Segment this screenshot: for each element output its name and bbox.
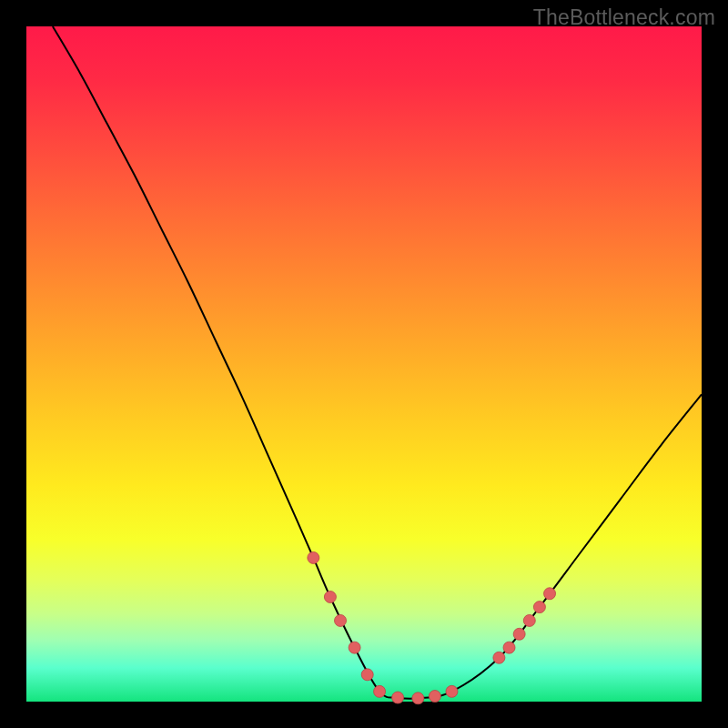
bottleneck-curve [53, 26, 702, 699]
marker-point [361, 669, 373, 681]
marker-point [374, 685, 386, 697]
marker-point [493, 652, 505, 663]
marker-point [544, 588, 556, 600]
marker-point [392, 692, 404, 703]
marker-point [308, 551, 319, 563]
marker-point [446, 685, 458, 697]
marker-point [324, 591, 336, 602]
marker-point [533, 602, 545, 613]
marker-point [335, 614, 347, 626]
marker-point [513, 628, 525, 640]
bottleneck-chart [26, 26, 702, 702]
marker-point [503, 642, 515, 653]
marker-point [523, 614, 535, 626]
marker-point [349, 642, 360, 653]
marker-point [429, 691, 440, 703]
marker-point [412, 693, 424, 704]
